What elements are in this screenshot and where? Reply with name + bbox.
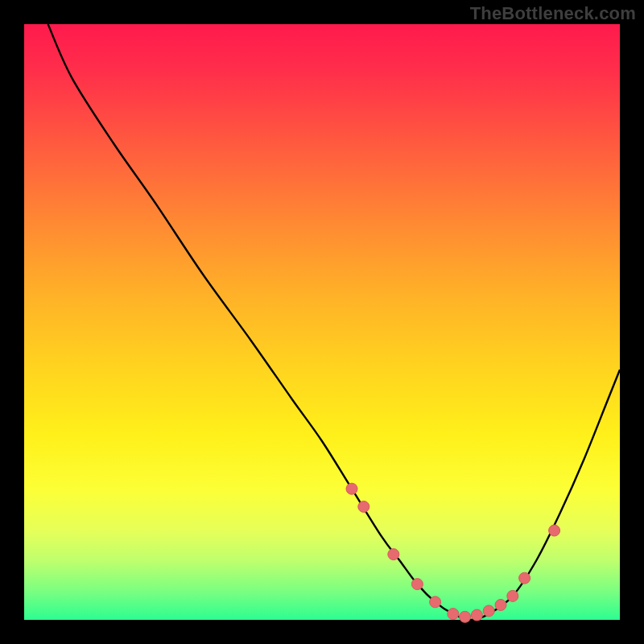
marker-point: [471, 609, 482, 621]
marker-point: [507, 590, 518, 601]
marker-point: [483, 605, 494, 617]
marker-point: [358, 501, 369, 512]
watermark-text: TheBottleneck.com: [470, 3, 636, 24]
marker-point: [411, 579, 423, 590]
marker-point: [495, 600, 506, 611]
marker-point: [388, 549, 399, 560]
bottleneck-curve: [48, 24, 620, 620]
marker-point: [430, 597, 441, 608]
marker-point: [448, 609, 459, 620]
curve-svg: [24, 24, 620, 620]
plot-gradient-area: [24, 24, 620, 620]
marker-point: [460, 611, 471, 622]
chart-stage: TheBottleneck.com: [0, 0, 644, 644]
marker-point: [346, 483, 357, 494]
marker-point: [519, 572, 530, 584]
marker-point: [549, 525, 560, 536]
marker-group: [346, 483, 560, 622]
